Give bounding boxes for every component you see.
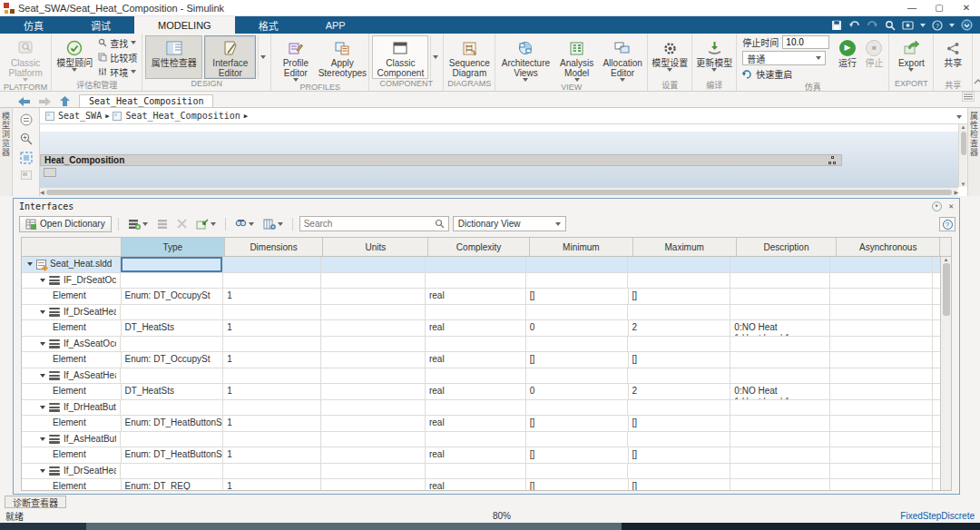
compare-button[interactable]: 比较项 bbox=[96, 51, 139, 64]
zoom-icon[interactable] bbox=[20, 132, 33, 145]
search-input[interactable] bbox=[304, 219, 435, 229]
cell-complexity[interactable]: real bbox=[426, 479, 526, 490]
help-icon[interactable]: ? bbox=[932, 20, 943, 31]
diagram-canvas[interactable]: Heat_Composition ▲▼ ◀▶ bbox=[40, 124, 967, 196]
cell-description[interactable] bbox=[730, 479, 830, 490]
tab-format[interactable]: 格式 bbox=[235, 16, 302, 34]
cell-dimensions[interactable] bbox=[223, 432, 321, 448]
cell-type[interactable]: DT_HeatSts bbox=[122, 320, 224, 337]
cell-minimum[interactable] bbox=[526, 305, 629, 321]
tree-cell[interactable]: If_AsSeatHeatSt bbox=[22, 368, 121, 385]
tree-cell[interactable]: Element bbox=[22, 289, 122, 305]
column-header-complexity[interactable]: Complexity bbox=[428, 238, 530, 256]
breadcrumb-item-component[interactable]: Seat_Heat_Composition bbox=[125, 111, 240, 121]
cell-asynchronous[interactable] bbox=[830, 416, 933, 432]
help-dropdown-caret[interactable] bbox=[949, 24, 955, 27]
cell-minimum[interactable] bbox=[526, 273, 629, 290]
cell-complexity[interactable]: real bbox=[426, 416, 526, 432]
cell-maximum[interactable] bbox=[628, 400, 730, 417]
model-advisor-button[interactable]: 模型顾问 bbox=[54, 35, 94, 79]
tab-modeling[interactable]: MODELING bbox=[134, 16, 235, 34]
cell-complexity[interactable]: real bbox=[426, 384, 526, 400]
cell-minimum[interactable]: [] bbox=[526, 416, 629, 432]
cell-dimensions[interactable]: 1 bbox=[223, 447, 321, 464]
share-button[interactable]: 共享 bbox=[936, 35, 969, 79]
cell-description[interactable] bbox=[730, 352, 830, 368]
run-button[interactable]: ▶ 运行 bbox=[834, 35, 860, 81]
column-header-tree[interactable] bbox=[22, 238, 122, 256]
cell-minimum[interactable]: 0 bbox=[526, 320, 629, 337]
cell-type[interactable]: Enum: DT_OccupySt bbox=[122, 352, 224, 368]
tab-debug[interactable]: 调试 bbox=[67, 16, 134, 34]
cell-maximum[interactable]: 2 bbox=[629, 320, 731, 337]
cell-dimensions[interactable] bbox=[223, 464, 321, 480]
column-header-maximum[interactable]: Maximum bbox=[633, 238, 737, 256]
cell-complexity[interactable]: real bbox=[426, 447, 526, 464]
breadcrumb-item-model[interactable]: Seat_SWA bbox=[58, 111, 102, 121]
cell-units[interactable] bbox=[321, 464, 426, 480]
cell-dimensions[interactable]: 1 bbox=[223, 320, 321, 337]
table-row-interface[interactable]: If_AsSeatHeatSt bbox=[22, 368, 940, 385]
tree-cell[interactable]: Element bbox=[22, 384, 122, 400]
cell-complexity[interactable]: real bbox=[426, 320, 526, 337]
table-row-interface[interactable]: IF_DrSeatOccup bbox=[22, 273, 940, 290]
cell-minimum[interactable] bbox=[526, 337, 629, 353]
cell-complexity[interactable] bbox=[426, 305, 526, 321]
cell-asynchronous[interactable] bbox=[830, 432, 933, 448]
cell-units[interactable] bbox=[321, 337, 426, 353]
cell-dimensions[interactable] bbox=[223, 305, 321, 321]
cell-maximum[interactable] bbox=[628, 305, 730, 321]
cell-maximum[interactable] bbox=[628, 337, 730, 353]
table-row-element[interactable]: ElementDT_HeatSts1real020:NO Heat1:Heat … bbox=[22, 320, 940, 337]
cell-units[interactable] bbox=[321, 400, 426, 417]
heat-composition-header[interactable]: Heat_Composition bbox=[40, 154, 842, 166]
cell-asynchronous[interactable] bbox=[830, 384, 933, 400]
tree-cell[interactable]: If_DrHeatButtonS bbox=[22, 400, 121, 417]
cell-asynchronous[interactable] bbox=[830, 305, 933, 321]
explore-icon[interactable] bbox=[20, 113, 33, 126]
subcomponent-icon[interactable] bbox=[44, 168, 56, 177]
expand-triangle-icon[interactable] bbox=[40, 310, 45, 314]
architecture-views-button[interactable]: Architecture Views bbox=[498, 35, 553, 83]
cell-complexity[interactable] bbox=[426, 273, 526, 290]
cell-type[interactable]: Enum: DT_OccupySt bbox=[122, 289, 224, 305]
fit-view-icon[interactable] bbox=[20, 152, 33, 164]
update-model-button[interactable]: 更新模型 bbox=[695, 35, 733, 79]
tree-cell[interactable]: Seat_Heat.sldd bbox=[22, 257, 121, 273]
tree-cell[interactable]: If_DrSeatHeatCo bbox=[22, 464, 121, 480]
table-row-interface[interactable]: If_DrSeatHeatSt bbox=[22, 305, 940, 321]
cell-dimensions[interactable]: 1 bbox=[223, 352, 321, 368]
cell-units[interactable] bbox=[321, 305, 426, 321]
expand-triangle-icon[interactable] bbox=[40, 342, 45, 346]
cell-type[interactable] bbox=[121, 257, 223, 273]
diagnostic-viewer-button[interactable]: 诊断查看器 bbox=[5, 496, 66, 508]
table-row-interface[interactable]: If_AsSeatOccupy bbox=[22, 337, 940, 353]
import-button[interactable] bbox=[193, 216, 219, 232]
table-row-element[interactable]: ElementEnum: DT_OccupySt1real[][] bbox=[22, 352, 940, 368]
cell-asynchronous[interactable] bbox=[830, 273, 933, 290]
cell-dimensions[interactable] bbox=[223, 400, 321, 417]
cell-type[interactable] bbox=[121, 305, 223, 321]
delete-button[interactable] bbox=[174, 216, 190, 232]
cell-description[interactable] bbox=[730, 368, 830, 385]
cell-minimum[interactable]: [] bbox=[526, 352, 629, 368]
search-icon[interactable] bbox=[885, 20, 896, 31]
close-button[interactable]: ✕ bbox=[953, 0, 980, 15]
cell-description[interactable] bbox=[730, 400, 830, 417]
cell-dimensions[interactable] bbox=[223, 257, 321, 273]
cell-maximum[interactable] bbox=[628, 368, 730, 385]
maximize-button[interactable]: ▢ bbox=[926, 0, 953, 15]
stop-time-input[interactable] bbox=[782, 35, 829, 49]
cell-dimensions[interactable]: 1 bbox=[223, 289, 321, 305]
cell-description[interactable] bbox=[730, 337, 830, 353]
columns-button[interactable] bbox=[260, 216, 286, 232]
up-icon[interactable] bbox=[60, 96, 70, 106]
screenshot-dropdown-caret[interactable] bbox=[920, 24, 926, 27]
cell-asynchronous[interactable] bbox=[830, 464, 933, 480]
cell-minimum[interactable]: [] bbox=[526, 479, 629, 490]
cell-complexity[interactable]: real bbox=[426, 352, 526, 368]
cell-complexity[interactable]: real bbox=[426, 289, 526, 305]
cell-units[interactable] bbox=[321, 368, 426, 385]
cell-type[interactable] bbox=[121, 432, 223, 448]
collapse-toolstrip-icon[interactable] bbox=[973, 78, 980, 85]
